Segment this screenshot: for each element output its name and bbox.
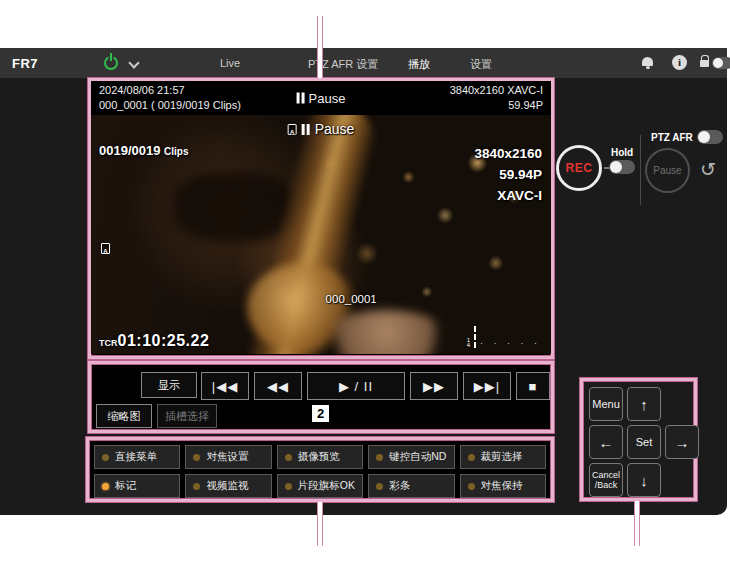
tab-live[interactable]: Live <box>220 57 240 69</box>
meter-ch-bottom: 4 <box>467 343 470 348</box>
pause-status: Pause <box>297 91 346 106</box>
led-indicator <box>376 483 383 490</box>
osd-clips-count: 0019/0019 <box>99 143 160 158</box>
timecode-value: 01:10:25.22 <box>118 332 210 349</box>
dpad-right-button[interactable]: → <box>665 425 699 459</box>
dpad-up-button[interactable]: ↑ <box>627 387 661 421</box>
audio-level-meter: 1 4 · · · · · <box>467 326 541 348</box>
assignable-button-video-monitor[interactable]: 视频监视 <box>185 474 271 498</box>
callout-line-top <box>317 16 323 78</box>
assignable-label: 视频监视 <box>206 479 248 493</box>
dpad-left-button[interactable]: ← <box>589 425 623 459</box>
assignable-label: 摄像预览 <box>298 450 340 464</box>
monitor-panel: 2024/08/06 21:57 000_0001 ( 0019/0019 Cl… <box>88 78 554 359</box>
meter-channels: 1 4 <box>467 338 470 348</box>
pause-icon <box>297 93 305 104</box>
osd-clips-suffix: Clips <box>164 146 188 157</box>
thumbnail-button[interactable]: 缩略图 <box>96 404 152 428</box>
assignable-label: 裁剪选择 <box>481 450 523 464</box>
framerate-text: 59.94P <box>508 99 543 111</box>
assignable-button-auto-nd[interactable]: 键控自动ND <box>368 445 454 469</box>
led-indicator <box>285 454 292 461</box>
assignable-label: 彩条 <box>389 479 410 493</box>
menu-button[interactable]: Menu <box>589 387 623 421</box>
osd-framerate: 59.94P <box>474 164 542 185</box>
callout-line-bottom-left <box>317 502 323 546</box>
tab-playback[interactable]: 播放 <box>408 57 430 72</box>
tab-settings[interactable]: 设置 <box>470 57 492 72</box>
assignable-button-focus-hold[interactable]: 对焦保持 <box>460 474 546 498</box>
top-navbar: FR7 Live PTZ AFR 设置 播放 设置 <box>0 48 727 78</box>
osd-pause-label: Pause <box>315 121 355 137</box>
osd-codec: XAVC-I <box>474 185 542 206</box>
cancel-back-button[interactable]: Cancel /Back <box>589 463 623 497</box>
led-indicator <box>193 483 200 490</box>
format-text: 3840x2160 XAVC-I <box>450 84 543 96</box>
stop-button[interactable]: ■ <box>516 372 550 400</box>
assignable-label: 片段旗标OK <box>298 479 355 493</box>
dpad-panel: Menu ↑ ← Set → Cancel /Back ↓ <box>580 378 697 501</box>
assignable-label: 直接菜单 <box>115 450 157 464</box>
set-button[interactable]: Set <box>627 425 661 459</box>
display-button[interactable]: 显示 <box>141 372 197 398</box>
ptz-reset-icon[interactable] <box>700 158 716 181</box>
clip-info-text: 000_0001 ( 0019/0019 Clips) <box>99 99 241 111</box>
brand-logo: FR7 <box>12 56 38 71</box>
assignable-button-focus-setting[interactable]: 对焦设置 <box>185 445 271 469</box>
assignable-button-marker[interactable]: 标记 <box>94 474 180 498</box>
assignable-button-clip-flag-ok[interactable]: 片段旗标OK <box>277 474 363 498</box>
assignable-button-crop-select[interactable]: 裁剪选择 <box>460 445 546 469</box>
led-indicator <box>468 483 475 490</box>
fast-forward-button[interactable]: ▶▶ <box>410 372 458 400</box>
datetime-text: 2024/08/06 21:57 <box>99 84 185 96</box>
info-icon[interactable] <box>672 55 687 70</box>
assignable-button-color-bars[interactable]: 彩条 <box>368 474 454 498</box>
osd-clip-name: 000_0001 <box>326 293 377 305</box>
media-card-icon <box>101 243 110 254</box>
media-card-icon <box>288 124 297 135</box>
tcr-label: TCR <box>99 338 118 348</box>
play-pause-button[interactable]: ▶ / II <box>307 372 405 400</box>
playback-controls-panel: 显示 |◀◀ ◀◀ ▶ / II ▶▶ ▶▶| ■ 缩略图 插槽选择 2 <box>88 361 554 433</box>
lock-toggle[interactable] <box>712 57 730 69</box>
callout-number-2: 2 <box>312 405 329 422</box>
rewind-button[interactable]: ◀◀ <box>254 372 302 400</box>
osd-resolution: 3840x2160 <box>474 143 542 164</box>
assignable-label: 键控自动ND <box>389 450 446 464</box>
skip-forward-button[interactable]: ▶▶| <box>463 372 511 400</box>
dpad-down-button[interactable]: ↓ <box>627 463 661 497</box>
assignable-button-rec-review[interactable]: 摄像预览 <box>277 445 363 469</box>
skip-back-button[interactable]: |◀◀ <box>201 372 249 400</box>
ptz-pause-button[interactable]: Pause <box>645 148 690 193</box>
slot-select-button[interactable]: 插槽选择 <box>157 404 217 428</box>
controls-divider <box>640 135 641 205</box>
led-indicator <box>102 454 109 461</box>
ptz-afr-toggle[interactable] <box>697 130 723 144</box>
rec-button[interactable]: REC <box>556 145 602 191</box>
assignable-button-direct-menu[interactable]: 直接菜单 <box>94 445 180 469</box>
osd-clips-counter: 0019/0019 Clips <box>99 143 189 158</box>
led-indicator <box>376 454 383 461</box>
hold-label: Hold <box>611 147 633 158</box>
led-indicator <box>285 483 292 490</box>
assignable-label: 标记 <box>115 479 136 493</box>
ptz-afr-label: PTZ AFR <box>651 132 693 143</box>
video-preview[interactable]: Pause 0019/0019 Clips 3840x2160 59.94P X… <box>91 115 551 354</box>
screenshot-stage: FR7 Live PTZ AFR 设置 播放 设置 REC Hold PTZ A… <box>0 0 730 570</box>
dpad-grid: Menu ↑ ← Set → Cancel /Back ↓ <box>589 387 688 492</box>
hold-toggle[interactable] <box>609 160 635 174</box>
pause-status-label: Pause <box>309 91 346 106</box>
osd-format-stack: 3840x2160 59.94P XAVC-I <box>474 143 542 206</box>
osd-pause: Pause <box>288 121 355 137</box>
bell-icon[interactable] <box>642 57 653 66</box>
led-indicator <box>468 454 475 461</box>
assignable-grid: 直接菜单 对焦设置 摄像预览 键控自动ND 裁剪选择 标记 <box>94 445 546 494</box>
power-icon[interactable] <box>104 56 118 70</box>
meter-bar <box>474 326 476 348</box>
assignable-buttons-panel: 直接菜单 对焦设置 摄像预览 键控自动ND 裁剪选择 标记 <box>86 437 554 502</box>
led-indicator-on <box>102 483 109 490</box>
assignable-label: 对焦设置 <box>206 450 248 464</box>
lock-icon <box>700 60 709 67</box>
monitor-infobar: 2024/08/06 21:57 000_0001 ( 0019/0019 Cl… <box>91 81 551 115</box>
chevron-down-icon[interactable] <box>128 57 139 68</box>
